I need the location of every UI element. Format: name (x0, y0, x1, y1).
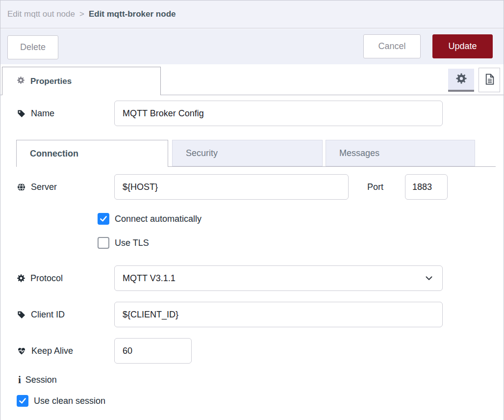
heart-pulse-icon (17, 346, 26, 356)
clean-session-checkbox[interactable] (17, 395, 28, 407)
use-tls-label: Use TLS (115, 238, 149, 248)
chevron-down-icon (424, 273, 434, 284)
protocol-selected-value: MQTT V3.1.1 (123, 273, 176, 284)
info-icon: i (18, 375, 21, 385)
node-config-form: Name Connection Security Messages Server… (0, 95, 504, 420)
client-id-field-label: Client ID (17, 302, 65, 327)
name-field-label: Name (17, 101, 54, 126)
tag-icon (17, 109, 26, 118)
description-view-button[interactable] (479, 68, 500, 92)
use-tls-row: Use TLS (98, 237, 149, 249)
edit-mqtt-broker-dialog: Edit mqtt out node > Edit mqtt-broker no… (0, 0, 504, 420)
protocol-field-label: Protocol (17, 265, 63, 291)
port-label-text: Port (367, 182, 383, 192)
tag-icon (17, 310, 26, 319)
tab-security[interactable]: Security (172, 140, 323, 166)
properties-view-button[interactable] (448, 69, 474, 92)
breadcrumb-parent[interactable]: Edit mqtt out node (7, 9, 75, 19)
update-button[interactable]: Update (432, 34, 493, 58)
dialog-header: Edit mqtt out node > Edit mqtt-broker no… (0, 0, 504, 28)
client-id-input[interactable] (114, 302, 443, 327)
connect-automatically-checkbox[interactable] (98, 213, 109, 225)
server-input[interactable] (114, 174, 349, 200)
tab-properties[interactable]: Properties (2, 67, 161, 95)
clean-session-label: Use clean session (34, 396, 105, 406)
server-label-text: Server (31, 182, 57, 192)
client-id-label-text: Client ID (31, 310, 65, 320)
globe-icon (17, 183, 26, 192)
server-field-label: Server (17, 174, 57, 200)
gear-icon (455, 73, 467, 86)
clean-session-row: Use clean session (17, 395, 105, 407)
gear-icon (17, 76, 25, 87)
name-label-text: Name (31, 108, 54, 119)
protocol-select[interactable]: MQTT V3.1.1 (114, 265, 443, 291)
session-section-label: i Session (18, 375, 57, 385)
protocol-label-text: Protocol (30, 273, 63, 284)
session-label-text: Session (25, 375, 57, 385)
breadcrumb-separator: > (79, 9, 84, 19)
dialog-toolbar: Delete Cancel Update (0, 29, 504, 64)
breadcrumb-current: Edit mqtt-broker node (89, 9, 176, 19)
keepalive-label-text: Keep Alive (31, 346, 73, 356)
use-tls-checkbox[interactable] (98, 237, 109, 249)
port-input[interactable] (405, 174, 448, 200)
name-input[interactable] (114, 101, 443, 126)
gear-icon (17, 274, 25, 283)
keepalive-input[interactable] (114, 338, 192, 364)
keepalive-field-label: Keep Alive (17, 338, 73, 364)
properties-tab-label: Properties (30, 77, 72, 86)
tab-messages[interactable]: Messages (326, 140, 475, 166)
tab-connection[interactable]: Connection (16, 140, 168, 167)
port-field-label: Port (367, 174, 383, 200)
connect-automatically-row: Connect automatically (98, 213, 202, 225)
tray-tab-bar: Properties (0, 64, 504, 95)
delete-button[interactable]: Delete (7, 35, 58, 59)
connect-automatically-label: Connect automatically (115, 214, 202, 224)
document-icon (483, 73, 496, 88)
cancel-button[interactable]: Cancel (363, 34, 421, 58)
